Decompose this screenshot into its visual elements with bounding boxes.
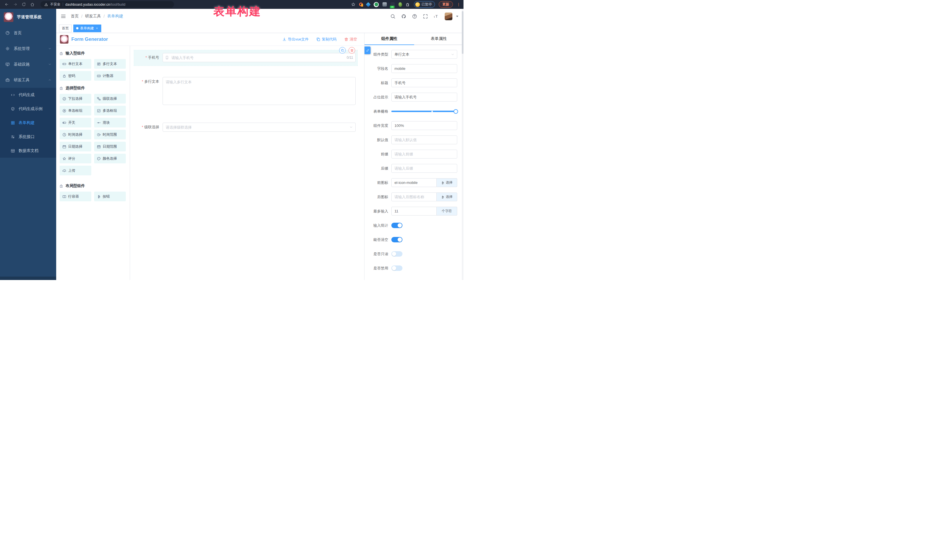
component-item-cascader[interactable]: 级联选择 <box>94 94 126 103</box>
browser-menu-dots-icon[interactable] <box>457 3 460 6</box>
input-stats-toggle[interactable] <box>391 223 403 228</box>
delete-field-button[interactable] <box>348 47 355 54</box>
sidebar-item-infra[interactable]: 基础设施 <box>0 56 56 72</box>
field-name-input[interactable] <box>391 64 457 73</box>
paused-extension-button[interactable]: 已暂停 <box>414 1 435 8</box>
address-bar[interactable]: 不安全 dashboard.yudao.iocoder.cn/tool/buil… <box>41 1 174 8</box>
sidebar-item-code-gen[interactable]: 代码生成 <box>0 88 56 102</box>
bookmark-star-icon[interactable] <box>351 2 356 6</box>
slider-track[interactable] <box>391 111 456 112</box>
component-width-input[interactable] <box>391 121 457 130</box>
slider-handle[interactable] <box>453 109 458 114</box>
extension-gray-icon[interactable] <box>383 2 387 6</box>
page-scrollbar[interactable] <box>462 9 464 280</box>
component-item-time[interactable]: 时间选择 <box>59 130 91 140</box>
reload-icon[interactable] <box>22 2 26 6</box>
back-icon[interactable] <box>5 2 9 6</box>
component-item-button[interactable]: 按钮 <box>94 191 126 201</box>
title-input[interactable] <box>391 78 457 87</box>
sidebar-item-system-api[interactable]: 系统接口 <box>0 130 56 144</box>
tab-component-props[interactable]: 组件属性 <box>365 33 414 44</box>
copy-code-button[interactable]: 复制代码 <box>316 37 337 42</box>
rear-icon-choose-button[interactable]: 选择 <box>437 193 457 201</box>
extension-green-icon[interactable] <box>374 2 379 7</box>
component-item-radio[interactable]: 单选框组 <box>59 106 91 115</box>
component-item-date[interactable]: 日期选择 <box>59 142 91 152</box>
clearable-toggle[interactable] <box>391 237 403 242</box>
forward-icon[interactable] <box>13 2 17 6</box>
component-item-select[interactable]: 下拉选择 <box>59 94 91 103</box>
disabled-toggle[interactable] <box>391 266 403 271</box>
form-field-textarea[interactable]: 多行文本 <box>134 74 357 108</box>
tab-form-build[interactable]: 表单构建 <box>73 24 101 32</box>
link-tag-button[interactable] <box>365 47 371 54</box>
prefix-input[interactable] <box>391 150 457 159</box>
component-item-slider[interactable]: 滑块 <box>94 118 126 127</box>
tab-home[interactable]: 首页 <box>59 24 71 32</box>
component-item-date-range[interactable]: 日期范围 <box>94 142 126 152</box>
avatar-caret-icon[interactable] <box>456 16 458 17</box>
component-item-upload[interactable]: 上传 <box>59 165 91 175</box>
extension-on-badge-icon[interactable] <box>391 2 395 6</box>
component-item-password[interactable]: 密码 <box>59 71 91 81</box>
avatar[interactable] <box>445 12 452 20</box>
mobile-input[interactable] <box>163 53 356 62</box>
breadcrumb-home[interactable]: 首页 <box>71 14 79 19</box>
extension-leaf-icon[interactable] <box>398 2 402 7</box>
sidebar-item-code-gen-demo[interactable]: 代码生成示例 <box>0 102 56 116</box>
fullscreen-icon[interactable] <box>423 14 428 19</box>
extensions-puzzle-icon[interactable] <box>406 2 410 6</box>
form-preview-canvas[interactable]: 手机号 0/11 多行文本 <box>130 46 364 280</box>
component-item-time-range[interactable]: 时间范围 <box>94 130 126 140</box>
export-vue-button[interactable]: 导出vue文件 <box>283 37 308 42</box>
front-icon-choose-button[interactable]: 选择 <box>437 178 457 187</box>
github-icon[interactable] <box>401 14 406 19</box>
clear-button[interactable]: 清空 <box>344 37 357 42</box>
component-type-select[interactable] <box>391 50 457 59</box>
extension-gem-icon[interactable] <box>366 2 371 7</box>
component-item-single-text[interactable]: 单行文本 <box>59 59 91 69</box>
security-label[interactable]: 不安全 <box>50 2 61 7</box>
form-field-cascader[interactable]: 级联选择 <box>134 120 357 135</box>
form-field-mobile[interactable]: 手机号 0/11 <box>134 50 357 65</box>
component-item-rate[interactable]: 评分 <box>59 154 91 163</box>
cascader-select[interactable] <box>163 123 356 132</box>
suffix-input[interactable] <box>391 164 457 173</box>
copy-code-label: 复制代码 <box>322 37 337 42</box>
sidebar-item-home[interactable]: 首页 <box>0 25 56 41</box>
textarea-input[interactable] <box>163 77 356 105</box>
sidebar-item-db-doc[interactable]: 数据库文档 <box>0 144 56 158</box>
app-logo-row[interactable]: 芋道管理系统 <box>0 9 56 25</box>
sidebar-item-form-build[interactable]: 表单构建 <box>0 116 56 130</box>
component-item-counter[interactable]: 123计数器 <box>94 71 126 81</box>
component-item-textarea[interactable]: 多行文本 <box>94 59 126 69</box>
placeholder-input[interactable] <box>391 93 457 102</box>
url-text[interactable]: dashboard.yudao.iocoder.cn/tool/build <box>65 3 126 6</box>
sidebar-item-devtools[interactable]: 研发工具 <box>0 72 56 88</box>
search-icon[interactable] <box>391 14 395 19</box>
close-icon[interactable] <box>96 27 99 30</box>
breadcrumb-devtools[interactable]: 研发工具 <box>85 14 101 19</box>
tab-form-props[interactable]: 表单属性 <box>414 33 464 44</box>
rear-icon-input[interactable] <box>391 193 437 201</box>
readonly-toggle[interactable] <box>391 251 403 256</box>
scrollbar-thumb[interactable] <box>462 11 464 54</box>
unit-label: 个字符 <box>442 209 452 214</box>
breadcrumb-current[interactable]: 表单构建 <box>107 14 123 19</box>
component-item-color[interactable]: 颜色选择 <box>94 154 126 163</box>
component-item-switch[interactable]: 开关 <box>59 118 91 127</box>
hamburger-icon[interactable] <box>61 14 66 19</box>
component-item-checkbox[interactable]: 多选框组 <box>94 106 126 115</box>
max-length-input[interactable] <box>391 207 437 216</box>
duplicate-field-button[interactable] <box>339 47 346 54</box>
home-icon[interactable] <box>30 2 35 6</box>
extension-orange-icon[interactable] <box>359 3 363 6</box>
front-icon-input[interactable] <box>391 178 437 187</box>
help-icon[interactable] <box>412 14 417 19</box>
component-item-row[interactable]: 行容器 <box>59 191 91 201</box>
default-value-input[interactable] <box>391 135 457 144</box>
sidebar-item-system[interactable]: 系统管理 <box>0 41 56 56</box>
font-size-icon[interactable]: tT <box>434 14 439 19</box>
form-grid-slider[interactable] <box>391 107 457 116</box>
browser-update-button[interactable]: 更新 <box>439 1 453 8</box>
